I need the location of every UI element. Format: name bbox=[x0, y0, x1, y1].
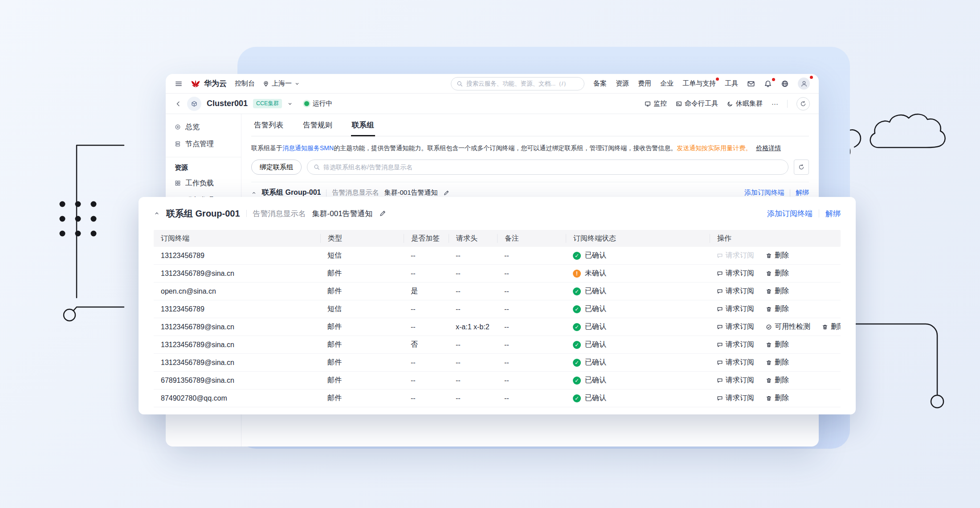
add-endpoint-link[interactable]: 添加订阅终端 bbox=[744, 188, 784, 197]
request-subscribe-action[interactable]: 请求订阅 bbox=[717, 393, 754, 403]
remark-value: -- bbox=[504, 323, 509, 331]
delete-action[interactable]: 删除 bbox=[766, 340, 789, 349]
request-subscribe-action[interactable]: 请求订阅 bbox=[717, 322, 754, 332]
sidebar-item-node-management[interactable]: 节点管理 bbox=[166, 135, 241, 152]
signed-cell: -- bbox=[404, 394, 449, 402]
type-value: 邮件 bbox=[327, 323, 342, 330]
collapse-chevron-icon[interactable] bbox=[251, 190, 257, 196]
cli-tools-action[interactable]: 命令行工具 bbox=[676, 99, 718, 108]
type-cell: 邮件 bbox=[320, 358, 404, 367]
status-label: 已确认 bbox=[585, 376, 606, 385]
column-remark: 备注 bbox=[497, 234, 566, 243]
collapse-chevron-icon[interactable] bbox=[154, 210, 160, 217]
table-row: 874902780@qq.com 邮件 -- -- -- ✓ 已确认 请求订阅 … bbox=[154, 389, 841, 407]
language-globe-icon[interactable] bbox=[781, 80, 789, 88]
trash-icon bbox=[766, 288, 772, 295]
user-avatar[interactable] bbox=[798, 78, 810, 90]
subscribe-chat-icon bbox=[717, 324, 723, 330]
edit-icon[interactable] bbox=[379, 210, 386, 217]
endpoint-value: 67891356789@sina.cn bbox=[161, 377, 234, 384]
refresh-list-button[interactable] bbox=[794, 160, 809, 175]
nav-link-enterprise[interactable]: 企业 bbox=[660, 79, 674, 88]
endpoint-table: 订阅终端 类型 是否加签 请求头 备注 订阅终端状态 操作 1312345678… bbox=[154, 230, 841, 407]
endpoint-table-header: 订阅终端 类型 是否加签 请求头 备注 订阅终端状态 操作 bbox=[154, 230, 841, 247]
contact-group-description: 联系组基于消息通知服务SMN的主题功能，提供告警通知能力。联系组包含一个或多个订… bbox=[251, 144, 809, 152]
filter-search[interactable] bbox=[307, 160, 788, 175]
availability-check-action[interactable]: 可用性检测 bbox=[766, 322, 810, 332]
remark-value: -- bbox=[504, 287, 509, 295]
refresh-button[interactable] bbox=[796, 97, 810, 111]
nav-link-billing[interactable]: 费用 bbox=[638, 79, 651, 88]
filter-search-input[interactable] bbox=[323, 164, 782, 171]
unbind-link[interactable]: 解绑 bbox=[796, 188, 809, 197]
tab-contact-groups[interactable]: 联系组 bbox=[351, 114, 375, 136]
delete-action[interactable]: 删除 bbox=[766, 393, 789, 403]
panel-header: 联系组 Group-001 告警消息显示名 集群-001告警通知 添加订阅终端 … bbox=[139, 197, 856, 230]
request-subscribe-action[interactable]: 请求订阅 bbox=[717, 340, 754, 349]
delete-action[interactable]: 删除 bbox=[766, 251, 789, 260]
type-cell: 邮件 bbox=[320, 269, 404, 278]
endpoint-value: 13123456789 bbox=[161, 252, 204, 259]
tab-alarm-rules[interactable]: 告警规则 bbox=[302, 114, 333, 136]
delete-action[interactable]: 删除 bbox=[822, 322, 841, 332]
request-subscribe-action[interactable]: 请求订阅 bbox=[717, 287, 754, 296]
nav-link-support[interactable]: 工单与支持 bbox=[682, 79, 716, 88]
request-subscribe-action[interactable]: 请求订阅 bbox=[717, 376, 754, 385]
desc-text: 联系组基于 bbox=[251, 144, 282, 152]
signed-value: -- bbox=[411, 305, 416, 313]
signed-cell: -- bbox=[404, 359, 449, 367]
search-icon bbox=[314, 164, 320, 170]
sidebar-item-workload[interactable]: 工作负载 bbox=[166, 175, 241, 192]
tab-alarm-list[interactable]: 告警列表 bbox=[253, 114, 284, 136]
column-endpoint: 订阅终端 bbox=[154, 234, 320, 243]
status-icon: ✓ bbox=[573, 394, 581, 402]
delete-label: 删除 bbox=[775, 287, 789, 296]
remark-value: -- bbox=[504, 252, 509, 259]
request-subscribe-action[interactable]: 请求订阅 bbox=[717, 251, 754, 260]
back-icon[interactable] bbox=[175, 100, 182, 107]
hamburger-menu-icon[interactable] bbox=[175, 80, 183, 88]
edit-icon[interactable] bbox=[443, 190, 449, 196]
request-header-value: -- bbox=[456, 359, 461, 366]
monitor-action[interactable]: 监控 bbox=[645, 99, 667, 108]
delete-action[interactable]: 删除 bbox=[766, 358, 789, 367]
hibernate-cluster-action[interactable]: 休眠集群 bbox=[727, 99, 763, 108]
nav-link-tools[interactable]: 工具 bbox=[725, 79, 738, 88]
notification-bell-icon[interactable] bbox=[764, 80, 772, 88]
endpoint-value: 13123456789@sina.cn bbox=[161, 323, 234, 331]
status-icon: ✓ bbox=[573, 377, 581, 385]
delete-action[interactable]: 删除 bbox=[766, 269, 789, 278]
endpoint-cell: 874902780@qq.com bbox=[154, 394, 320, 402]
status-cell: ! 未确认 bbox=[566, 269, 710, 278]
region-selector[interactable]: 上海一 bbox=[263, 79, 300, 88]
subscribe-chat-icon bbox=[717, 395, 723, 401]
delete-action[interactable]: 删除 bbox=[766, 287, 789, 296]
global-search-input[interactable] bbox=[466, 80, 579, 87]
request-subscribe-action[interactable]: 请求订阅 bbox=[717, 358, 754, 367]
delete-action[interactable]: 删除 bbox=[766, 376, 789, 385]
price-details-link[interactable]: 价格详情 bbox=[756, 144, 781, 152]
request-header-cell: -- bbox=[449, 270, 497, 278]
message-icon[interactable] bbox=[747, 80, 755, 88]
bind-contact-group-button[interactable]: 绑定联系组 bbox=[251, 160, 302, 175]
signed-cell: -- bbox=[404, 252, 449, 260]
divider bbox=[819, 209, 819, 217]
add-endpoint-link[interactable]: 添加订阅终端 bbox=[767, 209, 813, 219]
more-actions-button[interactable]: ··· bbox=[772, 100, 778, 107]
delete-action[interactable]: 删除 bbox=[766, 304, 789, 314]
running-status-label: 运行中 bbox=[312, 99, 332, 108]
global-search[interactable] bbox=[451, 77, 584, 90]
unbind-link[interactable]: 解绑 bbox=[825, 209, 841, 219]
cluster-switch-chevron-icon[interactable] bbox=[287, 101, 293, 107]
subscribe-chat-icon bbox=[717, 288, 723, 295]
smn-service-link[interactable]: 消息通知服务SMN bbox=[282, 144, 334, 152]
console-link[interactable]: 控制台 bbox=[235, 79, 255, 88]
request-subscribe-action[interactable]: 请求订阅 bbox=[717, 269, 754, 278]
nav-link-beian[interactable]: 备案 bbox=[593, 79, 607, 88]
endpoint-value: 13123456789@sina.cn bbox=[161, 270, 234, 277]
sidebar-item-overview[interactable]: 总览 bbox=[166, 119, 241, 135]
nav-link-resources[interactable]: 资源 bbox=[616, 79, 629, 88]
request-subscribe-action[interactable]: 请求订阅 bbox=[717, 304, 754, 314]
brand-logo[interactable]: 华为云 bbox=[191, 78, 227, 89]
remark-value: -- bbox=[504, 341, 509, 348]
